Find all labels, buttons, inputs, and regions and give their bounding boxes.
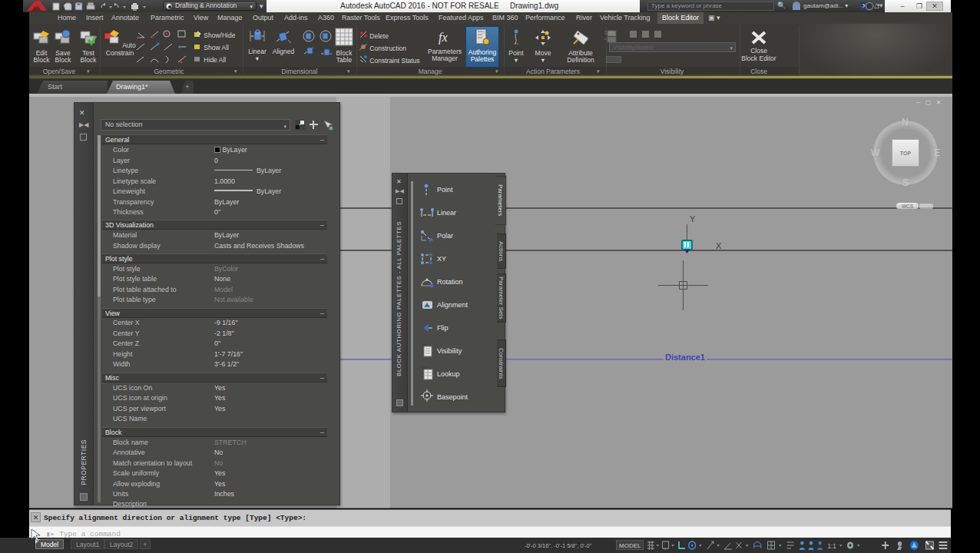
svg-text:fx: fx — [439, 31, 448, 45]
svg-text:1:1: 1:1 — [828, 542, 836, 551]
